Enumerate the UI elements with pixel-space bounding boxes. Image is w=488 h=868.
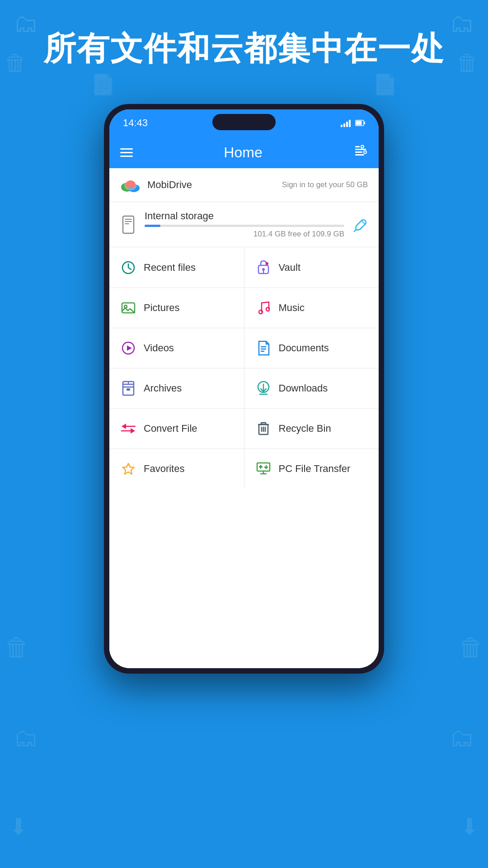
pictures-label: Pictures [144, 302, 179, 314]
convert-file-icon [120, 420, 136, 437]
svg-point-7 [361, 146, 364, 148]
mobidrive-signin: Sign in to get your 50 GB [282, 180, 368, 189]
svg-point-24 [266, 307, 270, 311]
videos-icon [120, 340, 136, 356]
clock-icon [120, 259, 136, 276]
svg-rect-33 [127, 388, 130, 391]
clean-icon[interactable] [352, 217, 368, 232]
pc-file-transfer-item[interactable]: PC File Transfer [244, 449, 379, 489]
storage-bar [145, 225, 160, 227]
pictures-item[interactable]: Pictures [109, 288, 244, 328]
pc-file-transfer-label: PC File Transfer [279, 463, 351, 475]
svg-rect-3 [355, 146, 360, 147]
archives-icon [120, 380, 136, 396]
svg-point-20 [266, 262, 268, 265]
downloads-icon [255, 380, 272, 396]
camera-pill [212, 114, 276, 130]
documents-item[interactable]: Documents [244, 328, 379, 368]
recycle-bin-item[interactable]: Recycle Bin [244, 409, 379, 448]
top-bar: Home [109, 137, 379, 168]
items-grid: Recent files Vault [109, 248, 379, 489]
convert-file-item[interactable]: Convert File [109, 409, 244, 448]
page-title: Home [224, 144, 262, 161]
status-icons [341, 119, 365, 127]
documents-label: Documents [279, 342, 329, 354]
vault-item[interactable]: Vault [244, 248, 379, 288]
filter-button[interactable] [353, 144, 368, 160]
svg-rect-15 [125, 221, 132, 222]
favorites-item[interactable]: Favorites [109, 449, 244, 489]
videos-item[interactable]: Videos [109, 328, 244, 368]
mobidrive-icon [120, 176, 141, 193]
svg-marker-26 [127, 345, 132, 351]
videos-label: Videos [144, 342, 174, 354]
pictures-icon [120, 300, 136, 316]
svg-point-23 [259, 310, 263, 314]
recent-files-item[interactable]: Recent files [109, 248, 244, 288]
mobidrive-section[interactable]: MobiDrive Sign in to get your 50 GB [109, 168, 379, 202]
svg-point-22 [124, 305, 127, 308]
archives-label: Archives [144, 382, 182, 394]
storage-icon [120, 215, 136, 234]
phone-screen: 14:43 Home [109, 109, 379, 668]
battery-icon [355, 120, 365, 126]
svg-rect-6 [355, 154, 364, 156]
archives-item[interactable]: Archives [109, 368, 244, 408]
vault-label: Vault [279, 262, 301, 274]
signal-icon [341, 119, 351, 127]
storage-free-text: 101.4 GB free of 109.9 GB [145, 230, 344, 239]
documents-icon [255, 340, 272, 356]
mobidrive-name: MobiDrive [147, 179, 192, 191]
headline: 所有文件和云都集中在一处 [0, 27, 488, 71]
svg-rect-5 [355, 151, 362, 153]
recycle-bin-label: Recycle Bin [279, 423, 331, 434]
menu-button[interactable] [120, 148, 133, 157]
vault-icon [255, 259, 272, 276]
svg-rect-4 [355, 149, 366, 150]
music-item[interactable]: Music [244, 288, 379, 328]
convert-file-label: Convert File [144, 423, 197, 434]
storage-name: Internal storage [145, 210, 344, 222]
recent-files-label: Recent files [144, 262, 196, 274]
svg-rect-13 [123, 216, 134, 233]
svg-rect-14 [125, 219, 132, 220]
svg-point-8 [364, 151, 366, 154]
phone-frame: 14:43 Home [104, 104, 384, 674]
pc-file-transfer-icon [255, 461, 272, 477]
svg-rect-1 [356, 121, 362, 125]
status-time: 14:43 [123, 117, 148, 129]
music-icon [255, 300, 272, 316]
favorites-label: Favorites [144, 463, 184, 475]
svg-rect-2 [364, 122, 366, 124]
music-label: Music [279, 302, 305, 314]
downloads-item[interactable]: Downloads [244, 368, 379, 408]
svg-rect-16 [125, 223, 129, 224]
downloads-label: Downloads [279, 382, 328, 394]
recycle-bin-icon [255, 420, 272, 437]
main-content: MobiDrive Sign in to get your 50 GB Inte… [109, 168, 379, 668]
storage-section[interactable]: Internal storage 101.4 GB free of 109.9 … [109, 202, 379, 247]
svg-point-12 [124, 180, 137, 190]
favorites-icon [120, 461, 136, 477]
